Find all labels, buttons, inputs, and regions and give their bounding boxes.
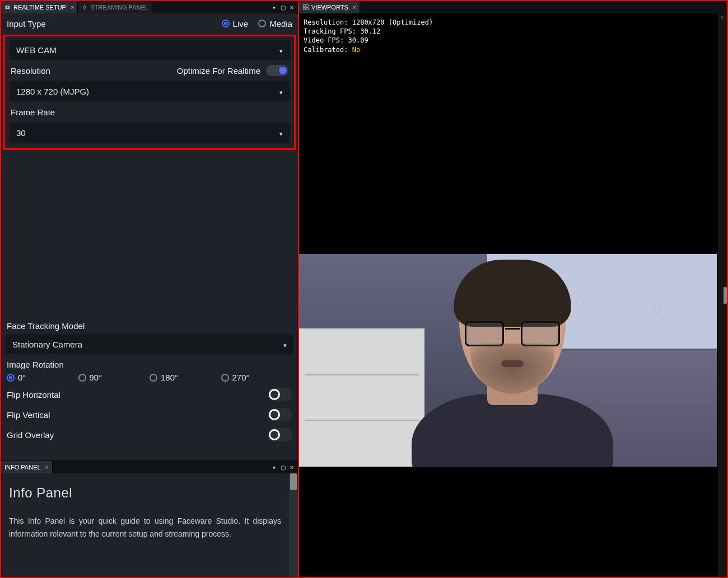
tracking-model-select[interactable]: Stationary Camera bbox=[6, 334, 293, 354]
info-panel-content: Info Panel This Info Panel is your quick… bbox=[1, 473, 289, 577]
rotation-0-label: 0° bbox=[18, 373, 26, 382]
flip-vertical-row: Flip Vertical bbox=[1, 405, 298, 425]
scrollbar-grip[interactable] bbox=[724, 287, 727, 304]
tab-close-button[interactable] bbox=[289, 464, 295, 470]
rotation-90-label: 90° bbox=[90, 373, 102, 382]
flip-vertical-label: Flip Vertical bbox=[7, 410, 268, 420]
optimize-toggle[interactable] bbox=[266, 65, 288, 76]
rotation-options: 0° 90° 180° 270° bbox=[1, 370, 298, 384]
radio-dot-icon bbox=[7, 374, 15, 382]
svg-point-1 bbox=[6, 6, 8, 8]
radio-live-label: Live bbox=[233, 19, 249, 29]
radio-media-label: Media bbox=[269, 19, 292, 29]
radio-dot-icon bbox=[78, 374, 86, 382]
tab-streaming-label: STREAMING PANEL bbox=[90, 4, 148, 11]
tab-realtime-setup[interactable]: REALTIME SETUP × bbox=[1, 1, 78, 13]
tab-maximize-button[interactable] bbox=[280, 4, 286, 10]
flip-vertical-toggle[interactable] bbox=[268, 408, 292, 421]
info-panel-title: Info Panel bbox=[9, 482, 281, 504]
tab-close-button[interactable] bbox=[289, 4, 295, 10]
resolution-row: Resolution Optimize For Realtime bbox=[5, 62, 294, 79]
flip-horizontal-toggle[interactable] bbox=[268, 388, 292, 401]
input-type-label: Input Type bbox=[7, 19, 222, 29]
radio-dot-icon bbox=[258, 20, 266, 27]
grid-overlay-label: Grid Overlay bbox=[7, 430, 268, 440]
info-tab-label: INFO PANEL bbox=[4, 464, 41, 471]
chevron-down-icon bbox=[279, 87, 283, 96]
viewport-body: Resolution: 1280x720 (Optimized) Trackin… bbox=[299, 13, 727, 577]
tracking-model-label: Face Tracking Model bbox=[1, 318, 298, 332]
viewport-overlay-stats: Resolution: 1280x720 (Optimized) Trackin… bbox=[304, 18, 433, 54]
close-icon[interactable]: × bbox=[45, 464, 49, 471]
webcam-video-feed bbox=[299, 254, 717, 467]
highlighted-settings-box: WEB CAM Resolution Optimize For Realtime… bbox=[3, 35, 296, 150]
tab-info-panel[interactable]: INFO PANEL × bbox=[1, 461, 53, 473]
rotation-180-label: 180° bbox=[161, 373, 178, 382]
grid-overlay-toggle[interactable] bbox=[268, 428, 292, 441]
webcam-select[interactable]: WEB CAM bbox=[10, 40, 290, 60]
framerate-row: Frame Rate bbox=[5, 104, 294, 120]
rotation-180[interactable]: 180° bbox=[150, 373, 221, 382]
svg-rect-5 bbox=[306, 8, 309, 10]
svg-rect-3 bbox=[306, 5, 309, 7]
scrollbar-thumb[interactable] bbox=[290, 473, 297, 490]
tab-menu-button[interactable] bbox=[271, 4, 277, 10]
viewport-scrollbar[interactable] bbox=[718, 13, 727, 577]
radio-media[interactable]: Media bbox=[258, 19, 292, 29]
chevron-down-icon bbox=[279, 45, 283, 55]
close-icon[interactable]: × bbox=[71, 4, 74, 11]
rotation-0[interactable]: 0° bbox=[7, 373, 78, 382]
rotation-90[interactable]: 90° bbox=[78, 373, 150, 382]
grid-overlay-row: Grid Overlay bbox=[1, 425, 298, 445]
left-tabbar: REALTIME SETUP × STREAMING PANEL bbox=[1, 1, 298, 13]
tracking-model-value: Stationary Camera bbox=[12, 340, 283, 349]
viewport-icon bbox=[302, 4, 309, 11]
framerate-label: Frame Rate bbox=[11, 107, 55, 117]
rotation-270[interactable]: 270° bbox=[221, 373, 293, 382]
resolution-label: Resolution bbox=[11, 66, 50, 76]
resolution-select[interactable]: 1280 x 720 (MJPG) bbox=[10, 81, 290, 101]
info-tabbar: INFO PANEL × bbox=[1, 461, 298, 473]
tab-streaming-panel[interactable]: STREAMING PANEL bbox=[78, 1, 152, 13]
svg-rect-4 bbox=[304, 8, 306, 10]
framerate-select-value: 30 bbox=[16, 128, 279, 138]
info-scrollbar[interactable] bbox=[289, 473, 298, 577]
radio-live[interactable]: Live bbox=[222, 19, 249, 29]
info-panel-body: This Info Panel is your quick guide to u… bbox=[9, 515, 281, 540]
webcam-select-value: WEB CAM bbox=[16, 45, 279, 55]
info-panel-section: INFO PANEL × Info Panel This Info Panel … bbox=[1, 460, 298, 577]
resolution-select-value: 1280 x 720 (MJPG) bbox=[16, 87, 279, 96]
radio-dot-icon bbox=[221, 374, 229, 382]
radio-dot-icon bbox=[222, 20, 230, 27]
realtime-setup-panel: Input Type Live Media WEB CAM bbox=[1, 13, 298, 460]
tab-menu-button[interactable] bbox=[271, 464, 277, 470]
tab-realtime-label: REALTIME SETUP bbox=[13, 4, 66, 11]
viewport-tabbar: VIEWPORTS × bbox=[299, 1, 727, 13]
tab-maximize-button[interactable] bbox=[280, 464, 286, 470]
rotation-270-label: 270° bbox=[232, 373, 250, 382]
close-icon[interactable]: × bbox=[353, 4, 356, 11]
framerate-select[interactable]: 30 bbox=[10, 123, 290, 143]
radio-dot-icon bbox=[150, 374, 157, 382]
flip-horizontal-row: Flip Horizontal bbox=[1, 384, 298, 405]
camera-icon bbox=[4, 4, 11, 11]
flip-horizontal-label: Flip Horizontal bbox=[7, 390, 268, 400]
antenna-icon bbox=[81, 4, 88, 11]
viewports-tab-label: VIEWPORTS bbox=[311, 4, 348, 11]
image-rotation-label: Image Rotation bbox=[1, 356, 298, 370]
input-type-row: Input Type Live Media bbox=[1, 13, 298, 34]
tab-viewports[interactable]: VIEWPORTS × bbox=[299, 1, 360, 13]
chevron-down-icon bbox=[283, 340, 287, 349]
svg-rect-2 bbox=[304, 5, 306, 7]
optimize-label: Optimize For Realtime bbox=[177, 66, 260, 76]
scroll-up-icon[interactable] bbox=[718, 13, 727, 21]
chevron-down-icon bbox=[279, 128, 283, 138]
